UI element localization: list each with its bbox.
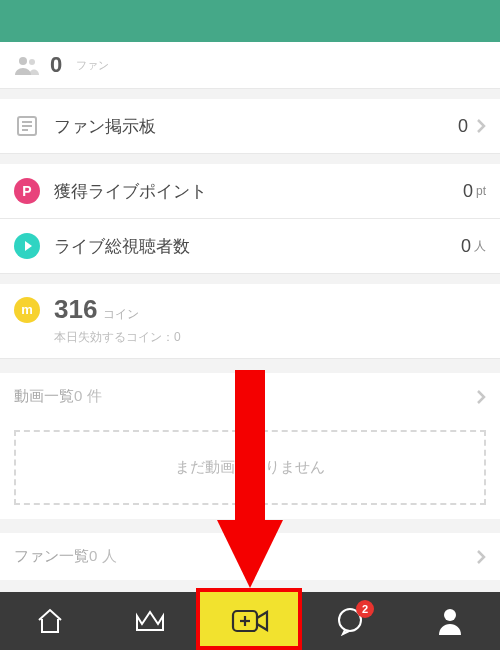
coin-expiring: 本日失効するコイン：0	[54, 329, 486, 346]
chevron-right-icon	[476, 549, 486, 565]
fanlist-header[interactable]: ファン一覧0 人	[0, 533, 500, 580]
viewers-icon	[14, 233, 40, 259]
board-label: ファン掲示板	[54, 115, 458, 138]
nav-profile[interactable]	[400, 592, 500, 650]
nav-home[interactable]	[0, 592, 100, 650]
videos-title: 動画一覧	[14, 387, 74, 404]
notification-badge: 2	[356, 600, 374, 618]
videos-header[interactable]: 動画一覧0 件	[0, 373, 500, 420]
viewers-label: ライブ総視聴者数	[54, 235, 461, 258]
fanlist-title: ファン一覧	[14, 547, 89, 564]
fan-label: ファン	[76, 58, 109, 73]
videos-empty-text: まだ動画はありません	[14, 430, 486, 505]
nav-broadcast[interactable]	[200, 592, 300, 650]
coin-icon: m	[14, 297, 40, 323]
svg-point-10	[444, 609, 456, 621]
videos-count: 0 件	[74, 387, 102, 404]
viewers-unit: 人	[474, 238, 486, 255]
coin-unit: コイン	[103, 306, 139, 323]
fan-board-item[interactable]: ファン掲示板 0	[0, 99, 500, 154]
nav-messages[interactable]: 2	[300, 592, 400, 650]
crown-icon	[133, 608, 167, 634]
coin-value: 316	[54, 294, 97, 325]
header-bar	[0, 0, 500, 42]
people-icon	[14, 55, 40, 75]
live-points-item[interactable]: P 獲得ライブポイント 0 pt	[0, 164, 500, 219]
svg-point-1	[29, 59, 35, 65]
nav-ranking[interactable]	[100, 592, 200, 650]
chevron-right-icon	[476, 118, 486, 134]
board-icon	[14, 113, 40, 139]
fanlist-count: 0 人	[89, 547, 117, 564]
home-icon	[35, 607, 65, 635]
points-value: 0	[463, 181, 473, 202]
board-value: 0	[458, 116, 468, 137]
coins-item[interactable]: m 316 コイン 本日失効するコイン：0	[0, 284, 500, 359]
fan-count: 0	[50, 52, 62, 78]
person-icon	[437, 607, 463, 635]
points-unit: pt	[476, 184, 486, 198]
viewers-item[interactable]: ライブ総視聴者数 0 人	[0, 219, 500, 274]
viewers-value: 0	[461, 236, 471, 257]
chevron-right-icon	[476, 389, 486, 405]
points-icon: P	[14, 178, 40, 204]
fan-count-row: 0 ファン	[0, 42, 500, 89]
svg-point-0	[19, 57, 27, 65]
bottom-nav: 2	[0, 592, 500, 650]
video-plus-icon	[230, 606, 270, 636]
videos-empty: まだ動画はありません	[0, 420, 500, 519]
points-label: 獲得ライブポイント	[54, 180, 463, 203]
